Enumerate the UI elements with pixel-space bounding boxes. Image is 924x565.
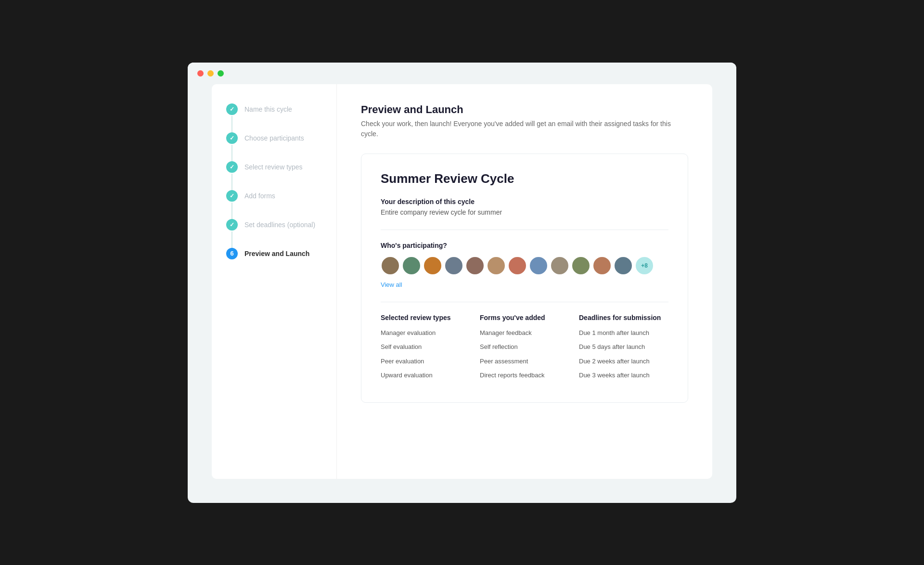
step-5-circle (226, 219, 238, 231)
step-4-line (231, 203, 232, 219)
step-6-indicator: 6 (226, 248, 238, 259)
avatar-2 (402, 256, 421, 275)
preview-card: Summer Review Cycle Your description of … (361, 154, 688, 403)
step-6-circle: 6 (226, 248, 238, 259)
step-3-label: Select review types (244, 162, 303, 171)
minimize-button[interactable] (207, 70, 214, 77)
view-all-link[interactable]: View all (381, 281, 402, 288)
three-columns: Selected review types Manager evaluation… (381, 302, 668, 385)
sidebar-step-5[interactable]: Set deadlines (optional) (226, 219, 322, 248)
review-type-2: Self evaluation (381, 342, 470, 352)
description-text: Entire company review cycle for summer (381, 208, 668, 216)
page-subtitle: Check your work, then launch! Everyone y… (361, 119, 688, 139)
deadline-4: Due 3 weeks after launch (579, 371, 668, 380)
avatar-9 (550, 256, 569, 275)
step-2-circle (226, 132, 238, 144)
avatar-4 (444, 256, 463, 275)
plus-count: +8 (641, 262, 648, 269)
review-type-3: Peer evaluation (381, 357, 470, 366)
step-6-number: 6 (230, 250, 233, 257)
page-title: Preview and Launch (361, 103, 688, 116)
step-1-line (231, 116, 232, 132)
sidebar-step-3[interactable]: Select review types (226, 161, 322, 190)
avatar-6 (487, 256, 506, 275)
avatars-row: +8 (381, 256, 668, 275)
avatar-11 (592, 256, 612, 275)
description-label: Your description of this cycle (381, 198, 668, 205)
avatar-12 (614, 256, 633, 275)
avatar-3 (423, 256, 442, 275)
step-3-line (231, 174, 232, 190)
step-1-circle (226, 103, 238, 115)
step-3-circle (226, 161, 238, 173)
content-area: Name this cycle Choose participants (212, 84, 712, 479)
divider-1 (381, 230, 668, 230)
sidebar-step-2[interactable]: Choose participants (226, 132, 322, 161)
sidebar-step-6[interactable]: 6 Preview and Launch (226, 248, 322, 263)
review-type-4: Upward evaluation (381, 371, 470, 380)
step-2-indicator (226, 132, 238, 161)
forms-header: Forms you've added (480, 314, 569, 321)
forms-column: Forms you've added Manager feedback Self… (480, 314, 569, 385)
cycle-title: Summer Review Cycle (381, 171, 668, 186)
sidebar-step-4[interactable]: Add forms (226, 190, 322, 219)
deadlines-header: Deadlines for submission (579, 314, 668, 321)
step-1-label: Name this cycle (244, 104, 292, 113)
titlebar (188, 63, 736, 84)
step-5-indicator (226, 219, 238, 248)
description-section: Your description of this cycle Entire co… (381, 198, 668, 216)
step-5-label: Set deadlines (optional) (244, 219, 315, 229)
check-icon-4 (230, 193, 234, 199)
step-6-label: Preview and Launch (244, 248, 309, 257)
deadline-3: Due 2 weeks after launch (579, 357, 668, 366)
step-2-label: Choose participants (244, 133, 304, 142)
form-4: Direct reports feedback (480, 371, 569, 380)
maximize-button[interactable] (218, 70, 224, 77)
review-type-1: Manager evaluation (381, 328, 470, 338)
step-3-indicator (226, 161, 238, 190)
avatar-more: +8 (635, 256, 654, 275)
sidebar: Name this cycle Choose participants (212, 84, 337, 479)
check-icon-2 (230, 135, 234, 141)
avatar-7 (508, 256, 527, 275)
avatar-10 (571, 256, 590, 275)
step-5-line (231, 231, 232, 248)
step-4-label: Add forms (244, 191, 275, 200)
step-2-line (231, 145, 232, 161)
app-window: Name this cycle Choose participants (188, 63, 736, 503)
form-2: Self reflection (480, 342, 569, 352)
check-icon-1 (230, 106, 234, 113)
deadline-1: Due 1 month after launch (579, 328, 668, 338)
avatar-1 (381, 256, 400, 275)
close-button[interactable] (197, 70, 204, 77)
avatar-5 (465, 256, 485, 275)
sidebar-step-1[interactable]: Name this cycle (226, 103, 322, 132)
step-4-circle (226, 190, 238, 202)
review-types-column: Selected review types Manager evaluation… (381, 314, 470, 385)
review-types-header: Selected review types (381, 314, 470, 321)
form-1: Manager feedback (480, 328, 569, 338)
deadlines-column: Deadlines for submission Due 1 month aft… (579, 314, 668, 385)
form-3: Peer assessment (480, 357, 569, 366)
check-icon-5 (230, 221, 234, 228)
deadline-2: Due 5 days after launch (579, 342, 668, 352)
main-content: Preview and Launch Check your work, then… (337, 84, 712, 479)
step-4-indicator (226, 190, 238, 219)
check-icon-3 (230, 164, 234, 170)
participating-label: Who's participating? (381, 242, 668, 249)
avatar-8 (529, 256, 548, 275)
step-1-indicator (226, 103, 238, 132)
